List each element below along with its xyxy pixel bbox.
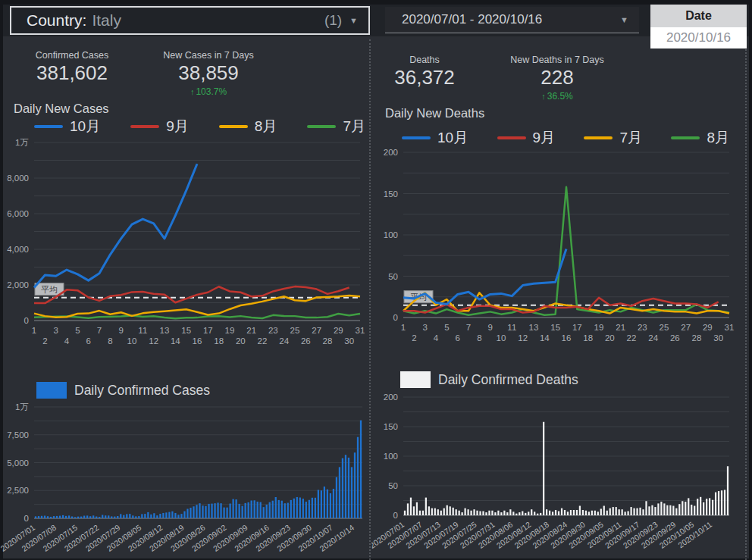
daily-new-cases-legend: 10月9月8月7月 bbox=[34, 117, 365, 136]
series-10月[interactable] bbox=[34, 164, 197, 287]
svg-text:12: 12 bbox=[149, 336, 158, 346]
bars[interactable] bbox=[404, 422, 728, 515]
svg-text:0: 0 bbox=[24, 514, 29, 523]
svg-text:20: 20 bbox=[605, 333, 615, 343]
svg-text:22: 22 bbox=[627, 333, 637, 343]
new-cases-value: 38,859 bbox=[178, 61, 239, 85]
series-8月[interactable] bbox=[34, 296, 360, 318]
svg-text:3: 3 bbox=[53, 326, 58, 335]
date-filter-value[interactable]: 2020/10/16 bbox=[650, 27, 747, 48]
legend-item-10月[interactable]: 10月 bbox=[34, 117, 100, 136]
svg-text:21: 21 bbox=[616, 323, 625, 332]
daily-new-deaths-chart[interactable]: 0501001502001234567891011121314151617181… bbox=[371, 144, 750, 353]
svg-text:31: 31 bbox=[356, 326, 365, 335]
date-range-select[interactable]: 2020/07/01 - 2020/10/16 ▼ bbox=[385, 7, 639, 33]
country-count: (1) bbox=[324, 12, 342, 29]
svg-text:5: 5 bbox=[444, 323, 449, 332]
y-axis-labels: 050100150200 bbox=[384, 393, 398, 520]
date-filter[interactable]: Date 2020/10/16 bbox=[650, 5, 747, 48]
up-arrow-icon: ↑ bbox=[541, 92, 546, 101]
legend-line-swatch bbox=[402, 136, 431, 139]
svg-text:23: 23 bbox=[268, 326, 278, 335]
svg-text:20: 20 bbox=[236, 336, 246, 346]
svg-text:50: 50 bbox=[388, 272, 398, 281]
svg-text:30: 30 bbox=[344, 336, 354, 346]
daily-confirmed-cases-legend[interactable]: Daily Confirmed Cases bbox=[36, 382, 210, 399]
svg-text:17: 17 bbox=[203, 326, 213, 335]
svg-text:6: 6 bbox=[455, 333, 459, 343]
svg-text:28: 28 bbox=[692, 333, 702, 343]
legend-label: 7月 bbox=[343, 117, 365, 136]
country-label: Country: bbox=[27, 11, 86, 30]
svg-text:2,000: 2,000 bbox=[7, 280, 29, 289]
daily-confirmed-deaths-legend-label: Daily Confirmed Deaths bbox=[438, 372, 578, 388]
series-10月[interactable] bbox=[403, 249, 566, 305]
legend-item-8月[interactable]: 8月 bbox=[219, 117, 277, 136]
svg-text:18: 18 bbox=[583, 333, 593, 343]
svg-text:18: 18 bbox=[214, 336, 224, 346]
svg-text:7: 7 bbox=[466, 323, 471, 332]
svg-text:10: 10 bbox=[127, 336, 137, 346]
svg-text:5,000: 5,000 bbox=[7, 458, 29, 468]
y-axis-labels: 050100150200 bbox=[384, 148, 398, 322]
svg-text:8: 8 bbox=[477, 333, 481, 343]
gridlines bbox=[403, 152, 729, 318]
svg-text:24: 24 bbox=[648, 333, 658, 343]
country-select[interactable]: Country: Italy (1) ▼ bbox=[10, 6, 370, 35]
svg-text:30: 30 bbox=[713, 333, 723, 343]
legend-item-7月[interactable]: 7月 bbox=[307, 117, 365, 136]
daily-confirmed-cases-legend-label: Daily Confirmed Cases bbox=[74, 383, 210, 399]
up-arrow-icon: ↑ bbox=[190, 87, 195, 96]
legend-item-9月[interactable]: 9月 bbox=[130, 117, 189, 136]
daily-new-cases-title: Daily New Cases bbox=[14, 102, 109, 116]
series-lines[interactable] bbox=[34, 164, 360, 318]
svg-text:16: 16 bbox=[562, 333, 572, 343]
series-lines[interactable] bbox=[403, 187, 729, 315]
svg-text:28: 28 bbox=[323, 336, 333, 346]
svg-text:12: 12 bbox=[518, 333, 528, 343]
svg-text:1: 1 bbox=[401, 323, 406, 332]
daily-new-cases-chart[interactable]: 02,0004,0006,0008,0001万12345678910111213… bbox=[0, 135, 370, 349]
daily-confirmed-cases-chart[interactable]: 02,5005,0007,5001万2020/07/012020/07/0820… bbox=[0, 400, 370, 560]
svg-text:25: 25 bbox=[660, 323, 669, 332]
daily-new-deaths-title: Daily New Deaths bbox=[385, 106, 484, 120]
svg-text:13: 13 bbox=[529, 323, 539, 332]
legend-line-swatch bbox=[671, 136, 700, 139]
legend-line-swatch bbox=[497, 136, 526, 139]
new-deaths-label: New Deaths in 7 Days bbox=[510, 55, 604, 65]
new-deaths-change: ↑36.5% bbox=[541, 91, 573, 102]
deaths-label: Deaths bbox=[409, 55, 440, 65]
svg-text:100: 100 bbox=[384, 230, 398, 239]
svg-text:5: 5 bbox=[75, 326, 80, 335]
legend-line-swatch bbox=[307, 125, 336, 128]
svg-text:2: 2 bbox=[42, 336, 47, 346]
y-axis-labels: 02,5005,0007,5001万 bbox=[7, 402, 29, 523]
x-axis-labels: 1234567891011121314151617181920212223242… bbox=[401, 323, 735, 343]
date-filter-header: Date bbox=[650, 5, 747, 27]
legend-line-swatch bbox=[219, 125, 248, 128]
new-deaths-value: 228 bbox=[540, 66, 573, 89]
svg-text:23: 23 bbox=[638, 323, 647, 332]
x-axis-labels: 1234567891011121314151617181920212223242… bbox=[32, 326, 365, 346]
svg-text:2: 2 bbox=[412, 333, 416, 343]
svg-text:150: 150 bbox=[384, 422, 398, 431]
svg-text:7,500: 7,500 bbox=[7, 430, 29, 440]
daily-confirmed-deaths-legend[interactable]: Daily Confirmed Deaths bbox=[400, 371, 578, 388]
svg-text:17: 17 bbox=[572, 323, 582, 332]
chevron-down-icon: ▼ bbox=[620, 15, 628, 24]
svg-text:8,000: 8,000 bbox=[7, 174, 29, 183]
blue-bar-swatch bbox=[36, 382, 67, 399]
gridlines bbox=[403, 397, 729, 515]
new-cases-change: ↑103.7% bbox=[190, 86, 227, 97]
new-cases-stat: New Cases in 7 Days 38,859 ↑103.7% bbox=[148, 50, 269, 97]
svg-text:11: 11 bbox=[507, 323, 516, 332]
daily-confirmed-deaths-chart[interactable]: 0501001502002020/07/012020/07/072020/07/… bbox=[371, 389, 752, 560]
legend-line-swatch bbox=[584, 136, 613, 139]
svg-text:200: 200 bbox=[384, 148, 398, 157]
chevron-down-icon: ▼ bbox=[349, 16, 358, 25]
svg-text:27: 27 bbox=[312, 326, 321, 335]
svg-text:150: 150 bbox=[384, 189, 398, 199]
svg-text:31: 31 bbox=[725, 323, 735, 332]
svg-text:11: 11 bbox=[138, 326, 147, 335]
svg-text:25: 25 bbox=[290, 326, 300, 335]
